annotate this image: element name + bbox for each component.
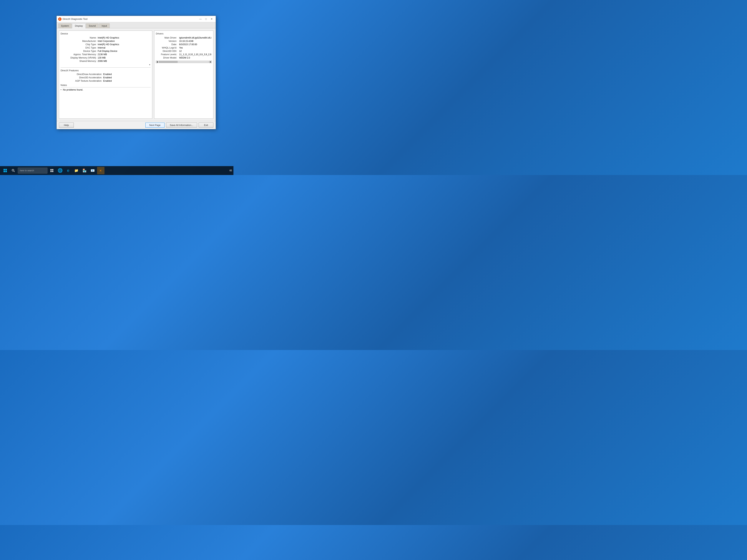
directx-diagnostic-window: X DirectX Diagnostic Tool ― □ ✕ System D… xyxy=(56,16,216,129)
directx-features-section: DirectX Features DirectDraw Acceleration… xyxy=(60,69,151,82)
device-info-row: Manufacturer:Intel Corporation xyxy=(60,40,151,43)
notes-title: Notes xyxy=(60,84,151,86)
taskbar-app-2[interactable]: e xyxy=(65,167,72,174)
tab-bar: System Display Sound Input xyxy=(57,22,216,28)
search-placeholder: here to search xyxy=(20,169,34,172)
svg-rect-2 xyxy=(3,171,5,172)
svg-rect-8 xyxy=(50,171,52,172)
device-info-row: Display Memory (VRAM):130 MB xyxy=(60,56,151,59)
svg-text:✕: ✕ xyxy=(99,169,102,172)
exit-button[interactable]: Exit xyxy=(199,123,213,128)
title-bar: X DirectX Diagnostic Tool ― □ ✕ xyxy=(57,16,216,22)
bottom-right-buttons: Next Page Save All Information... Exit xyxy=(146,123,213,128)
driver-info-row: Driver Model:WDDM 2.0 xyxy=(156,56,212,59)
taskbar-app-4[interactable]: 🏪 xyxy=(81,167,88,174)
app-icon: X xyxy=(58,18,61,21)
bottom-bar: Help Next Page Save All Information... E… xyxy=(57,121,216,129)
driver-info-row: Date:8/3/2015 17:00:00 xyxy=(156,43,212,46)
notes-item: No problems found. xyxy=(63,88,83,100)
content-area: Device Name:Intel(R) HD GraphicsManufact… xyxy=(57,28,216,121)
device-section: Name:Intel(R) HD GraphicsManufacturer:In… xyxy=(60,36,151,66)
device-info-row: Chip Type:Intel(R) HD Graphics xyxy=(60,43,151,46)
device-info-row: Name:Intel(R) HD Graphics xyxy=(60,36,151,39)
features-fields: DirectDraw Acceleration:EnabledDirect3D … xyxy=(60,73,151,82)
taskbar-app-5[interactable]: 📧 xyxy=(89,167,96,174)
minimize-button[interactable]: ― xyxy=(198,17,203,21)
driver-info-row: WHQL Logo'd:Yes xyxy=(156,47,212,49)
taskbar-app-6[interactable]: ✕ xyxy=(97,167,104,174)
svg-rect-7 xyxy=(52,169,53,170)
tab-system[interactable]: System xyxy=(58,23,72,28)
driver-info-row: Feature Levels:11_1,11_0,10_1,10_0,9_3,9… xyxy=(156,53,212,56)
taskbar-app-3[interactable]: 📁 xyxy=(73,167,80,174)
device-fields: Name:Intel(R) HD GraphicsManufacturer:In… xyxy=(60,36,151,62)
driver-info-row: Main Driver:igdumdim64.dll,igd10iumd64.d… xyxy=(156,36,212,39)
device-info-row: Approx. Total Memory:2136 MB xyxy=(60,53,151,56)
svg-rect-9 xyxy=(52,171,53,172)
drivers-section-title: Drivers xyxy=(156,32,212,35)
save-all-button[interactable]: Save All Information... xyxy=(166,123,197,128)
search-button[interactable] xyxy=(10,167,17,174)
feature-info-row: DirectDraw Acceleration:Enabled xyxy=(60,73,151,76)
help-button[interactable]: Help xyxy=(59,123,74,128)
svg-rect-6 xyxy=(50,169,52,170)
close-button[interactable]: ✕ xyxy=(209,17,214,21)
notes-section: Notes • No problems found. xyxy=(60,84,151,100)
maximize-button[interactable]: □ xyxy=(203,17,209,21)
feature-info-row: AGP Texture Acceleration:Enabled xyxy=(60,80,151,82)
start-button[interactable] xyxy=(1,167,9,174)
taskbar: here to search 🌐 e 📁 🏪 📧 ✕ 65 xyxy=(0,166,233,175)
svg-rect-3 xyxy=(5,171,7,172)
window-controls: ― □ ✕ xyxy=(198,17,214,21)
device-info-row: Device Type:Full Display Device xyxy=(60,50,151,52)
taskbar-clock: 65 xyxy=(230,169,232,172)
window-title: DirectX Diagnostic Tool xyxy=(62,18,197,20)
driver-info-row: Version:10.18.15.4248 xyxy=(156,40,212,43)
driver-fields: Main Driver:igdumdim64.dll,igd10iumd64.d… xyxy=(156,36,212,59)
left-panel: Device Name:Intel(R) HD GraphicsManufact… xyxy=(59,31,152,119)
scroll-left-button[interactable]: ◀ xyxy=(156,60,158,63)
feature-info-row: Direct3D Acceleration:Enabled xyxy=(60,76,151,79)
scroll-right-button[interactable]: ▶ xyxy=(209,60,212,63)
svg-point-4 xyxy=(12,169,14,171)
notes-content: • No problems found. xyxy=(60,88,151,100)
tab-input[interactable]: Input xyxy=(99,23,110,28)
device-info-row: DAC Type:Internal xyxy=(60,47,151,49)
next-page-button[interactable]: Next Page xyxy=(146,123,164,128)
directx-features-title: DirectX Features xyxy=(60,69,151,72)
svg-line-5 xyxy=(14,171,15,172)
tab-sound[interactable]: Sound xyxy=(86,23,99,28)
task-view-button[interactable] xyxy=(48,167,56,174)
search-box[interactable]: here to search xyxy=(18,167,47,174)
svg-rect-0 xyxy=(3,169,5,170)
taskbar-app-1[interactable]: 🌐 xyxy=(56,167,64,174)
device-section-title: Device xyxy=(60,32,151,35)
tab-display[interactable]: Display xyxy=(72,23,85,28)
drivers-panel: Drivers Main Driver:igdumdim64.dll,igd10… xyxy=(154,31,213,119)
driver-info-row: Direct3D DDI:12 xyxy=(156,50,212,52)
svg-rect-1 xyxy=(5,169,7,170)
device-info-row: Shared Memory:2006 MB xyxy=(60,60,151,62)
